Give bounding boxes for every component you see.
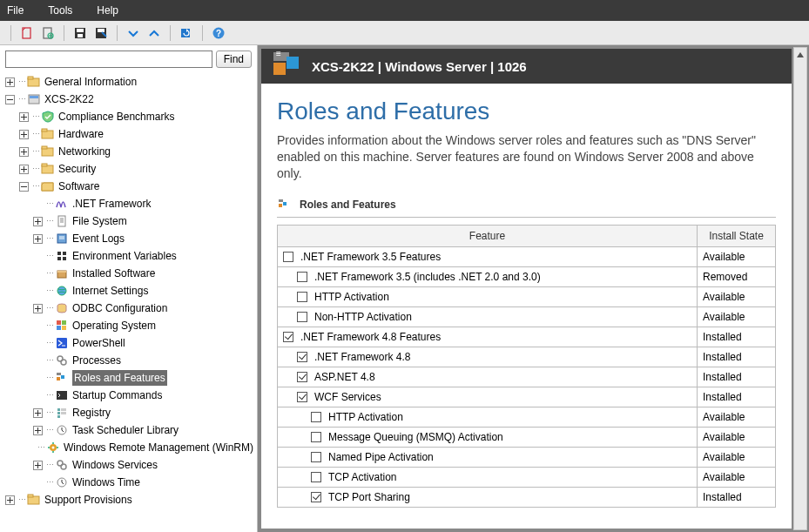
feature-checkbox[interactable] — [297, 392, 307, 402]
expand-icon[interactable] — [125, 24, 142, 42]
menu-file[interactable]: File — [7, 4, 24, 17]
tree-node-winrm[interactable]: ⋯Windows Remote Management (WinRM) — [33, 439, 253, 456]
table-row[interactable]: Named Pipe ActivationAvailable — [278, 447, 776, 467]
table-row[interactable]: TCP Port SharingInstalled — [278, 487, 776, 507]
feature-name: .NET Framework 3.5 Features — [300, 251, 441, 263]
export-doc-icon[interactable] — [39, 24, 57, 42]
expand-toggle-icon[interactable] — [33, 461, 43, 470]
feature-checkbox[interactable] — [283, 252, 293, 262]
feature-checkbox[interactable] — [311, 452, 321, 462]
feature-checkbox[interactable] — [311, 492, 321, 502]
list-icon — [277, 198, 291, 212]
tree-node-installed-software[interactable]: ⋯Installed Software — [33, 265, 253, 282]
expand-toggle-icon[interactable] — [19, 165, 29, 174]
expand-toggle-icon[interactable] — [5, 77, 15, 87]
powershell-icon — [55, 336, 69, 350]
tree-node-odbc[interactable]: ⋯ODBC Configuration — [33, 300, 253, 317]
tree-node-roles-features[interactable]: ⋯Roles and Features — [33, 369, 253, 387]
tree-node-registry[interactable]: ⋯Registry — [33, 404, 253, 421]
expand-toggle-icon[interactable] — [33, 426, 43, 435]
tree-node-processes[interactable]: ⋯Processes — [33, 352, 253, 369]
feature-checkbox[interactable] — [311, 412, 321, 422]
table-row[interactable]: WCF ServicesInstalled — [278, 387, 776, 407]
col-state[interactable]: Install State — [698, 225, 776, 246]
export-pdf-icon[interactable] — [18, 24, 36, 42]
svg-rect-38 — [62, 320, 66, 325]
tree-label: Task Scheduler Library — [72, 422, 179, 438]
menu-tools[interactable]: Tools — [48, 4, 72, 17]
expand-toggle-icon[interactable] — [5, 95, 15, 104]
tree-node-networking[interactable]: ⋯Networking — [19, 143, 253, 160]
tree-label: Processes — [72, 353, 121, 368]
feature-checkbox[interactable] — [297, 272, 307, 282]
table-row[interactable]: Non-HTTP ActivationAvailable — [278, 306, 776, 327]
tree-node-win-services[interactable]: ⋯Windows Services — [33, 456, 253, 474]
table-row[interactable]: HTTP ActivationAvailable — [278, 286, 776, 306]
collapse-icon[interactable] — [145, 24, 163, 42]
refresh-icon[interactable] — [178, 24, 195, 42]
svg-rect-60 — [28, 495, 33, 497]
tree-node-general-info[interactable]: ⋯ General Information — [5, 73, 253, 91]
expand-toggle-icon[interactable] — [33, 217, 43, 226]
scrollbar[interactable] — [793, 47, 807, 530]
tree-node-hardware[interactable]: ⋯Hardware — [19, 125, 253, 143]
expand-toggle-icon[interactable] — [19, 112, 29, 122]
tree-node-compliance[interactable]: ⋯Compliance Benchmarks — [19, 108, 253, 125]
tree-node-file-system[interactable]: ⋯File System — [33, 212, 253, 230]
svg-rect-45 — [57, 377, 60, 380]
table-row[interactable]: .NET Framework 3.5 (includes .NET 2.0 an… — [278, 266, 776, 286]
menu-help[interactable]: Help — [97, 4, 118, 17]
tree-node-software[interactable]: ⋯Software — [19, 178, 253, 195]
find-button[interactable]: Find — [216, 51, 252, 68]
save-icon[interactable] — [71, 24, 89, 42]
expand-toggle-icon[interactable] — [19, 182, 29, 192]
navigation-pane: Find ⋯ General Information ⋯ XCS-2K22 — [0, 45, 258, 532]
table-row[interactable]: .NET Framework 4.8Installed — [278, 347, 776, 367]
edit-icon[interactable] — [92, 24, 110, 42]
expand-toggle-icon[interactable] — [5, 495, 15, 505]
tree-node-host[interactable]: ⋯ XCS-2K22 — [5, 91, 253, 108]
tree-node-security[interactable]: ⋯Security — [19, 160, 253, 178]
feature-checkbox[interactable] — [283, 332, 293, 342]
expand-toggle-icon[interactable] — [33, 304, 43, 313]
tree-node-support-provisions[interactable]: ⋯ Support Provisions — [5, 491, 253, 508]
table-row[interactable]: .NET Framework 4.8 FeaturesInstalled — [278, 327, 776, 347]
feature-checkbox[interactable] — [297, 372, 307, 382]
nav-tree[interactable]: ⋯ General Information ⋯ XCS-2K22 ⋯Compli… — [0, 71, 257, 532]
table-row[interactable]: HTTP ActivationAvailable — [278, 407, 776, 427]
table-row[interactable]: .NET Framework 3.5 FeaturesAvailable — [278, 246, 776, 266]
tree-label: Support Provisions — [44, 492, 132, 508]
table-row[interactable]: Message Queuing (MSMQ) ActivationAvailab… — [278, 427, 776, 447]
tree-node-win-time[interactable]: ⋯Windows Time — [33, 474, 253, 491]
tree-connector: ⋯ — [46, 335, 53, 351]
feature-checkbox[interactable] — [311, 472, 321, 482]
expand-toggle-icon[interactable] — [19, 147, 29, 157]
table-row[interactable]: ASP.NET 4.8Installed — [278, 367, 776, 387]
table-row[interactable]: TCP ActivationAvailable — [278, 467, 776, 487]
expand-toggle-icon[interactable] — [33, 234, 43, 244]
feature-checkbox[interactable] — [311, 432, 321, 442]
scroll-up-icon[interactable] — [794, 48, 806, 62]
col-feature[interactable]: Feature — [278, 225, 698, 246]
feature-checkbox[interactable] — [297, 292, 307, 302]
tree-node-powershell[interactable]: ⋯PowerShell — [33, 334, 253, 352]
feature-checkbox[interactable] — [297, 352, 307, 362]
section-label: Roles and Features — [277, 198, 776, 218]
svg-rect-46 — [61, 375, 64, 379]
feature-name: TCP Activation — [328, 471, 396, 483]
tree-node-os[interactable]: ⋯Operating System — [33, 317, 253, 334]
expand-toggle-icon[interactable] — [19, 130, 29, 139]
tree-label: .NET Framework — [72, 196, 151, 212]
tree-node-event-logs[interactable]: ⋯Event Logs — [33, 230, 253, 247]
search-input[interactable] — [5, 51, 212, 68]
feature-name: Non-HTTP Activation — [314, 311, 412, 323]
help-icon[interactable]: ? — [210, 24, 227, 42]
tree-node-env-vars[interactable]: ⋯Environment Variables — [33, 247, 253, 265]
expand-toggle-icon[interactable] — [33, 408, 43, 418]
tree-node-net-framework[interactable]: ⋯.NET Framework — [33, 195, 253, 212]
tree-node-startup-cmds[interactable]: ⋯Startup Commands — [33, 387, 253, 404]
tree-node-task-scheduler[interactable]: ⋯Task Scheduler Library — [33, 421, 253, 439]
content-body: Roles and Features Provides information … — [261, 84, 792, 508]
tree-node-internet-settings[interactable]: ⋯Internet Settings — [33, 282, 253, 300]
feature-checkbox[interactable] — [297, 312, 307, 322]
